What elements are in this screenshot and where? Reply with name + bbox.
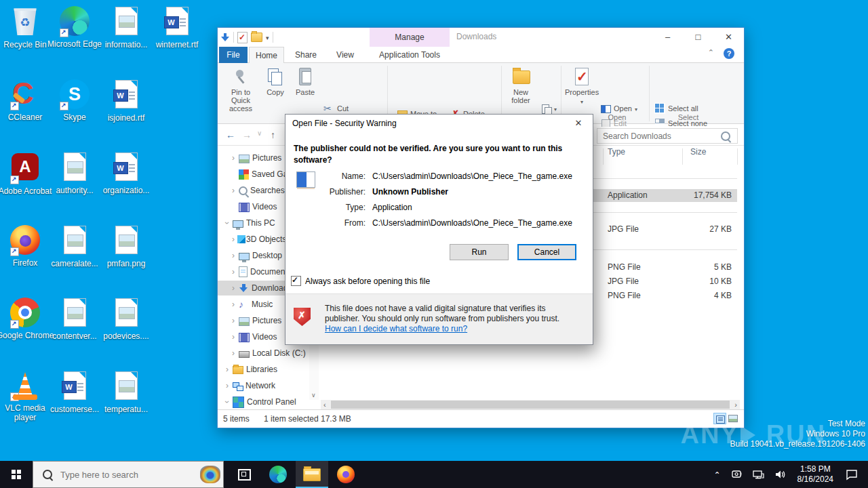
sidebar-item-control-panel[interactable]: Control Panel: [218, 394, 314, 409]
chevron-right-icon[interactable]: [230, 153, 237, 163]
search-highlight-icon[interactable]: [200, 466, 220, 483]
file-type: PNG File: [608, 262, 641, 272]
run-button[interactable]: Run: [450, 244, 509, 260]
chevron-right-icon[interactable]: [230, 267, 237, 277]
network-icon[interactable]: [752, 469, 764, 480]
close-button[interactable]: ✕: [713, 28, 744, 47]
dialog-close-icon[interactable]: ✕: [568, 115, 589, 132]
scroll-right-icon[interactable]: ›: [734, 400, 737, 409]
word-file-icon: [111, 80, 142, 111]
image-file-icon: [111, 371, 142, 403]
tray-overflow-chevron-icon[interactable]: ⌃: [714, 470, 721, 480]
history-chevron-icon[interactable]: ∨: [257, 129, 262, 137]
ribbon-group-open-label: Open: [587, 113, 648, 121]
sidebar-item-label: 3D Objects: [246, 235, 286, 244]
scroll-left-icon[interactable]: ‹: [323, 400, 326, 409]
desktop-icon-winternet-rtf[interactable]: winternet.rtf: [146, 5, 208, 49]
copy-button[interactable]: Copy: [261, 66, 290, 116]
taskbar-clock[interactable]: 1:58 PM 8/16/2024: [797, 464, 833, 485]
search-input[interactable]: [597, 131, 721, 141]
column-header-size[interactable]: Size: [690, 147, 706, 166]
qat-customize-chevron-icon[interactable]: [266, 33, 269, 42]
searches-icon: [239, 186, 248, 195]
start-button[interactable]: [0, 461, 33, 488]
copy-icon: [265, 66, 285, 87]
chevron-right-icon[interactable]: [224, 381, 231, 390]
qat-new-folder-icon[interactable]: [251, 33, 262, 42]
chevron-right-icon[interactable]: [230, 283, 237, 293]
cancel-button[interactable]: Cancel: [517, 244, 576, 260]
pin-to-quick-access-button[interactable]: Pin to Quick access: [223, 66, 258, 116]
file-size: 27 KB: [709, 224, 732, 234]
horizontal-scrollbar[interactable]: ‹ ›: [321, 400, 740, 409]
task-view-button[interactable]: [228, 461, 260, 488]
sidebar-item-label: This PC: [246, 218, 275, 228]
documents-icon: [239, 266, 248, 277]
window-downloads-icon: [220, 33, 230, 42]
properties-button[interactable]: Properties: [565, 66, 599, 116]
tray-display-icon[interactable]: [730, 469, 743, 480]
column-header-type[interactable]: Type: [608, 147, 625, 166]
tab-home[interactable]: Home: [249, 47, 284, 63]
collapse-ribbon-icon[interactable]: ⌃: [708, 48, 714, 59]
chevron-right-icon[interactable]: [230, 300, 237, 309]
search-box[interactable]: [597, 128, 738, 144]
sidebar-item-network[interactable]: Network: [218, 378, 314, 393]
firefox-icon: [9, 225, 41, 256]
back-icon[interactable]: ←: [226, 129, 235, 140]
dialog-title-bar[interactable]: Open File - Security Warning: [285, 115, 593, 132]
taskbar-explorer-button[interactable]: [296, 461, 328, 488]
chevron-right-icon[interactable]: [230, 348, 237, 358]
forward-icon[interactable]: →: [242, 129, 252, 140]
taskbar-edge-button[interactable]: [262, 461, 294, 488]
qat-properties-icon[interactable]: [237, 32, 248, 43]
title-bar[interactable]: Manage Downloads – □ ✕: [218, 28, 744, 47]
desktop-icon-temperatu[interactable]: temperatu...: [96, 370, 157, 414]
taskbar-search-input[interactable]: [59, 469, 200, 481]
edge-icon: [269, 466, 287, 483]
desktop-icon-label: podevices....: [96, 331, 157, 341]
help-icon[interactable]: ?: [724, 48, 734, 59]
action-center-icon[interactable]: [845, 468, 859, 481]
chevron-right-icon[interactable]: [224, 365, 231, 374]
desktop-icon-podevices[interactable]: podevices....: [96, 297, 157, 341]
desktop-icon-pmfan-png[interactable]: pmfan.png: [96, 224, 157, 268]
vlc-icon: [9, 370, 41, 401]
volume-icon[interactable]: [774, 469, 786, 480]
chevron-expanded-icon[interactable]: [224, 218, 231, 228]
chevron-right-icon[interactable]: [230, 186, 237, 195]
chevron-right-icon[interactable]: [230, 235, 237, 244]
taskbar-firefox-button[interactable]: [330, 461, 362, 488]
new-folder-button[interactable]: New folder: [505, 66, 536, 116]
minimize-button[interactable]: –: [652, 28, 683, 47]
up-icon[interactable]: ↑: [271, 129, 275, 140]
tab-file[interactable]: File: [219, 47, 248, 63]
scrollbar-thumb[interactable]: [331, 401, 730, 409]
always-ask-checkbox[interactable]: Always ask before opening this file: [291, 276, 430, 286]
desktop-icon-isjoined-rtf[interactable]: isjoined.rtf: [96, 79, 157, 123]
watermark-os: Windows 10 Pro: [730, 429, 866, 439]
tab-share[interactable]: Share: [287, 47, 325, 63]
checkbox-checked-icon[interactable]: [291, 276, 301, 286]
desktop: Recycle Bin Microsoft Edge informatio...…: [0, 0, 868, 488]
chevron-expanded-icon[interactable]: [224, 397, 231, 407]
shortcut-arrow-icon: [10, 247, 19, 256]
cut-button[interactable]: Cut: [323, 102, 349, 115]
sidebar-item-label: Local Disk (C:): [252, 348, 306, 358]
new-item-button[interactable]: [540, 102, 557, 115]
chevron-right-icon[interactable]: [230, 332, 237, 342]
chevron-right-icon[interactable]: [230, 251, 237, 260]
tab-application-tools[interactable]: Application Tools: [370, 47, 450, 63]
local-disk-icon: [239, 351, 250, 358]
firefox-icon: [337, 466, 355, 483]
maximize-button[interactable]: □: [683, 28, 713, 47]
sidebar-item-local-disk-c[interactable]: Local Disk (C:): [218, 346, 320, 361]
desktop-icon-organizatio[interactable]: organizatio...: [96, 151, 157, 195]
taskbar-search[interactable]: [33, 461, 224, 488]
paste-button[interactable]: Paste: [291, 66, 319, 116]
sidebar-item-libraries[interactable]: Libraries: [218, 362, 314, 377]
tab-view[interactable]: View: [328, 47, 363, 63]
chevron-right-icon[interactable]: [230, 316, 237, 325]
more-info-link[interactable]: How can I decide what software to run?: [325, 324, 467, 333]
image-file-icon: [59, 152, 90, 184]
